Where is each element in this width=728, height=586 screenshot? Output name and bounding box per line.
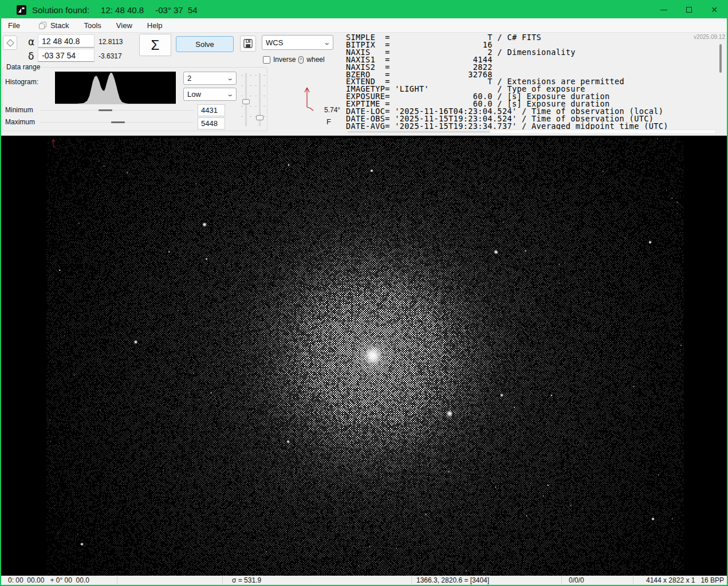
minimize-button[interactable]: — <box>651 1 676 18</box>
scrollbar-thumb[interactable] <box>347 131 490 133</box>
close-icon: ✕ <box>711 5 718 14</box>
save-button[interactable] <box>240 36 256 52</box>
image-dimensions: 4144 x 2822 x 1 16 BPP <box>646 576 724 584</box>
mouse-wheel-icon <box>298 56 304 64</box>
save-icon <box>243 38 253 49</box>
maximum-slider-thumb[interactable] <box>256 115 263 120</box>
chevron-down-icon: ⌄ <box>226 91 234 98</box>
close-button[interactable]: ✕ <box>702 1 727 18</box>
orientation-compass-icon <box>298 85 321 114</box>
dec-input[interactable]: -03 37 54 <box>38 49 95 62</box>
menu-file[interactable]: File <box>2 19 26 32</box>
sigma-icon: Σ <box>151 37 160 53</box>
diamond-icon <box>6 38 15 48</box>
minimum-vertical-slider[interactable] <box>241 72 251 128</box>
menu-view[interactable]: View <box>111 19 138 32</box>
inverse-row: Inverse wheel <box>263 56 325 64</box>
fits-text: SIMPLE = T / C# FITS BITPIX = 16 NAXIS =… <box>346 34 724 129</box>
window-title: Solution found:12: 48 40.8-03° 37 54 <box>32 5 198 15</box>
status-separator <box>222 576 223 584</box>
app-icon <box>17 5 26 15</box>
status-separator <box>561 576 562 584</box>
deepsky-annotation-button[interactable] <box>3 36 17 50</box>
ra-degrees: 12.8113 <box>99 38 123 46</box>
wheel-label: wheel <box>306 56 324 64</box>
dec-degrees: -3.6317 <box>99 52 122 60</box>
maximum-value[interactable]: 5448 <box>198 117 225 129</box>
fits-header-panel[interactable]: SIMPLE = T / C# FITS BITPIX = 16 NAXIS =… <box>346 34 724 129</box>
mouse-position: 0: 00 00.00 + 0° 00 00.0 <box>8 576 89 584</box>
menu-bar: File Stack Tools View Help <box>1 18 727 33</box>
ra-input[interactable]: 12 48 40.8 <box>38 34 95 48</box>
chevron-down-icon: ⌄ <box>226 74 234 82</box>
title-ra: 12: 48 40.8 <box>101 5 144 15</box>
minimum-thumb[interactable] <box>99 109 112 111</box>
status-separator <box>411 576 412 584</box>
flip-indicator: F <box>326 117 331 126</box>
data-range-label: Data range <box>5 63 42 71</box>
stretch-value: Low <box>187 90 201 99</box>
cursor-value: 1366.3, 2820.6 = [3404] <box>416 576 489 584</box>
minimum-value[interactable]: 4431 <box>198 104 225 116</box>
inverse-label: Inverse <box>273 56 296 64</box>
range-factor-value: 2 <box>187 74 191 82</box>
minimum-track[interactable] <box>40 110 194 111</box>
wcs-selected-value: WCS <box>266 38 283 47</box>
image-viewer <box>1 135 727 576</box>
status-bar: 0: 00 00.00 + 0° 00 00.0 σ = 531.9 1366.… <box>1 576 727 585</box>
status-separator <box>633 576 633 584</box>
status-separator <box>117 576 117 584</box>
chevron-down-icon: ⌄ <box>323 39 330 46</box>
menu-help[interactable]: Help <box>141 19 168 32</box>
minimum-slider-thumb[interactable] <box>242 99 250 104</box>
maximum-vertical-slider[interactable] <box>255 72 265 128</box>
inverse-checkbox[interactable] <box>263 56 270 64</box>
alpha-label: α <box>28 36 34 48</box>
fits-horizontal-scrollbar[interactable] <box>346 129 716 134</box>
ra-value: 12 48 40.8 <box>42 37 80 46</box>
control-panel: α 12 48 40.8 12.8113 δ -03 37 54 -3.6317… <box>1 33 727 135</box>
scrollbar-thumb[interactable] <box>719 44 722 73</box>
maximum-label: Maximum <box>5 118 35 126</box>
solve-label: Solve <box>195 40 214 49</box>
menu-stack[interactable]: Stack <box>45 19 75 32</box>
maximum-thumb[interactable] <box>111 121 125 123</box>
range-factor-select[interactable]: 2 ⌄ <box>183 72 237 85</box>
delta-label: δ <box>28 50 34 62</box>
version-label: v2025.09.12 <box>694 34 725 40</box>
menu-tools[interactable]: Tools <box>78 19 107 32</box>
title-status: Solution found: <box>32 5 89 15</box>
solve-button[interactable]: Solve <box>176 36 234 52</box>
marker-counters: 0/0/0 <box>569 576 584 584</box>
title-dec: -03° 37 54 <box>155 5 198 15</box>
maximize-button[interactable] <box>676 1 702 18</box>
star-image[interactable] <box>46 138 684 577</box>
title-bar: Solution found:12: 48 40.8-03° 37 54 — ✕ <box>1 1 727 18</box>
fits-vertical-scrollbar[interactable] <box>719 43 722 128</box>
dec-value: -03 37 54 <box>42 51 76 60</box>
wcs-select[interactable]: WCS ⌄ <box>262 35 333 50</box>
maximize-icon <box>686 7 692 13</box>
stretch-select[interactable]: Low ⌄ <box>183 88 237 101</box>
rotation-angle: 5.74° <box>324 106 340 114</box>
histogram-curve <box>55 73 176 104</box>
astap-window: Solution found:12: 48 40.8-03° 37 54 — ✕… <box>0 0 728 586</box>
histogram[interactable] <box>55 72 176 104</box>
sigma-noise: σ = 531.9 <box>232 576 261 584</box>
window-controls: — ✕ <box>651 1 727 18</box>
stack-menu-button[interactable]: Σ <box>139 34 171 56</box>
image-north-indicator-icon <box>49 137 60 150</box>
histogram-label: Histogram: <box>5 78 38 86</box>
minimum-label: Minimum <box>5 106 33 114</box>
minimize-icon: — <box>660 6 667 14</box>
